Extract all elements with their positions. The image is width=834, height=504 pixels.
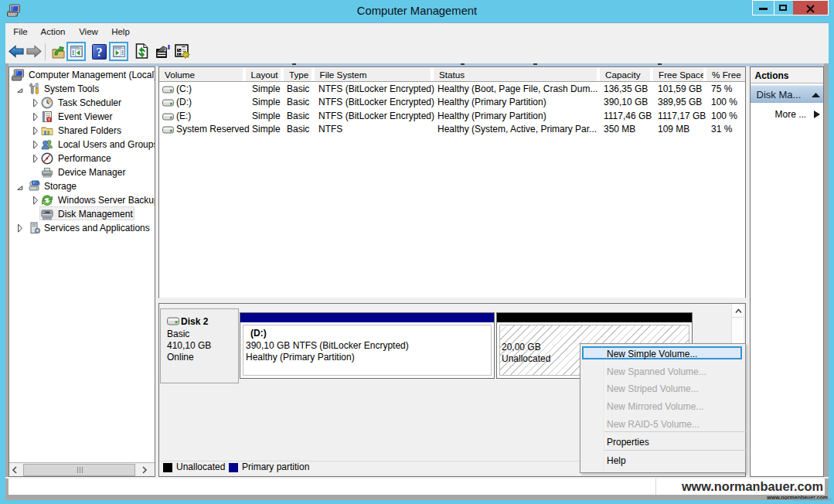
svg-text:?: ? [97, 46, 103, 59]
